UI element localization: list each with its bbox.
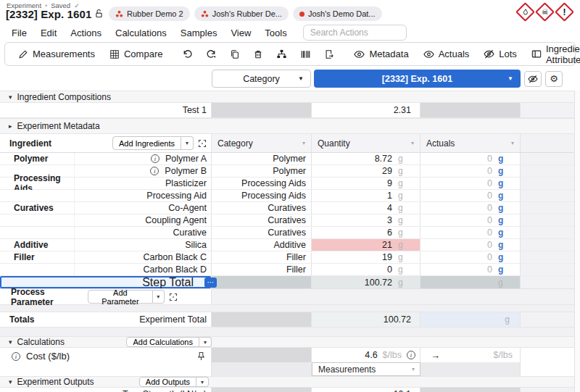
menu-calculations[interactable]: Calculations: [115, 28, 167, 38]
actuals-cell[interactable]: 0g: [420, 214, 521, 226]
expand-button[interactable]: [198, 139, 207, 148]
section-ingredient-compositions[interactable]: ▾ Ingredient Compositions: [0, 91, 580, 103]
ingredient-name[interactable]: Polymer A: [165, 154, 207, 164]
column-header-category[interactable]: Category▾: [212, 134, 312, 152]
info-icon[interactable]: i: [12, 352, 20, 361]
menu-tools[interactable]: Tools: [265, 28, 286, 38]
ingredient-name[interactable]: Coupling Agent: [145, 215, 207, 225]
search-actions-input[interactable]: [303, 25, 407, 41]
quantity-cell[interactable]: 8.72g: [312, 153, 420, 164]
refresh-button[interactable]: [199, 43, 223, 65]
section-experiment-metadata[interactable]: ▸ Experiment Metadata: [0, 118, 580, 134]
category-cell[interactable]: Polymer: [212, 165, 312, 177]
actuals-cell[interactable]: 0g: [420, 251, 521, 263]
measurements-selector[interactable]: Measurements ▾: [312, 362, 420, 376]
ingredient-name[interactable]: Processing Aid: [146, 191, 207, 201]
quantity-cell[interactable]: 19g: [312, 251, 420, 263]
menu-edit[interactable]: Edit: [41, 28, 57, 38]
category-cell[interactable]: Processing Aids: [212, 178, 312, 189]
actuals-cell[interactable]: 0g: [420, 239, 521, 251]
category-selector[interactable]: Category ▼: [212, 70, 311, 88]
quantity-cell-warning[interactable]: 21g: [312, 239, 420, 251]
ingredient-name[interactable]: Polymer B: [165, 166, 207, 176]
workflow-button[interactable]: [270, 43, 294, 65]
metadata-toggle[interactable]: Metadata: [347, 43, 415, 65]
tag-chip[interactable]: Rubber Demo 2: [109, 7, 190, 21]
step-total-cell-selected[interactable]: Step Total ⋯: [0, 276, 212, 288]
section-experiment-outputs[interactable]: ▾ Experiment Outputs Add Outputs ▾: [0, 376, 580, 388]
ingredient-attributes-toggle[interactable]: Ingredient Attributes: [524, 43, 580, 65]
category-cell[interactable]: Polymer: [212, 153, 312, 164]
add-outputs-button[interactable]: Add Outputs: [139, 377, 196, 387]
quantity-cell[interactable]: 29g: [312, 165, 420, 177]
quantity-cell[interactable]: 4g: [312, 202, 420, 214]
category-cell[interactable]: Processing Aids: [212, 190, 312, 201]
actuals-cell[interactable]: 0g: [420, 153, 521, 164]
pin-icon[interactable]: [197, 351, 205, 361]
category-cell[interactable]: Filler: [212, 251, 312, 263]
info-icon[interactable]: i: [151, 154, 160, 163]
row-menu-button[interactable]: ⋯: [204, 278, 217, 288]
section-calculations[interactable]: ▾ Calculations Add Calculations ▾: [0, 336, 580, 348]
delete-button[interactable]: [246, 43, 270, 65]
ingredient-name[interactable]: Carbon Black D: [143, 264, 207, 275]
add-outputs-dropdown[interactable]: ▾: [196, 377, 209, 387]
ingredient-name[interactable]: Silica: [185, 240, 207, 250]
lots-toggle[interactable]: Lots: [476, 43, 524, 65]
actuals-cell[interactable]: 0g: [420, 165, 521, 177]
add-parameter-button[interactable]: Add Parameter: [88, 290, 152, 304]
actuals-cell[interactable]: 0g: [420, 178, 521, 189]
quantity-cell[interactable]: 1g: [312, 190, 420, 201]
actuals-cell[interactable]: 0g: [420, 202, 521, 214]
tag-chip[interactable]: Josh's Demo Dat...: [293, 7, 382, 21]
category-cell[interactable]: Curatives: [212, 214, 312, 226]
menu-view[interactable]: View: [231, 28, 251, 38]
actuals-cell[interactable]: 0g: [420, 264, 521, 275]
ingredient-name[interactable]: Curative: [173, 228, 207, 238]
actuals-cell[interactable]: 0g: [420, 227, 521, 238]
column-header-actuals[interactable]: Actuals▾: [420, 134, 521, 152]
test-value-cell[interactable]: 2.31: [312, 103, 420, 117]
quantity-cell[interactable]: 6g: [312, 227, 420, 238]
column-header-quantity[interactable]: Quantity▾: [312, 134, 420, 152]
export-button[interactable]: [318, 43, 341, 65]
hide-column-button[interactable]: [524, 71, 542, 87]
add-parameter-dropdown[interactable]: ▾: [153, 290, 165, 304]
cost-actual-cell[interactable]: → $/lbs: [420, 348, 521, 362]
ingredient-name[interactable]: Plasticizer: [165, 178, 207, 188]
ingredient-name[interactable]: Carbon Black C: [143, 252, 207, 262]
settings-button[interactable]: ⚙: [545, 71, 563, 87]
add-calculations-dropdown[interactable]: ▾: [199, 337, 212, 347]
add-calculations-button[interactable]: Add Calculations: [126, 337, 199, 347]
quantity-cell[interactable]: 9g: [312, 178, 420, 189]
barcode-button[interactable]: [294, 43, 318, 65]
category-cell[interactable]: Filler: [212, 264, 312, 275]
add-ingredients-button[interactable]: Add Ingredients: [112, 136, 181, 150]
quantity-cell[interactable]: 3g: [312, 214, 420, 226]
undo-button[interactable]: [175, 43, 199, 65]
ingredient-name[interactable]: Co-Agent: [168, 203, 207, 213]
category-cell[interactable]: Curatives: [212, 227, 312, 238]
actuals-toggle[interactable]: Actuals: [416, 43, 477, 65]
menu-actions[interactable]: Actions: [70, 28, 102, 38]
expand-button[interactable]: [169, 293, 178, 301]
compare-button[interactable]: Compare: [102, 43, 170, 65]
info-icon[interactable]: i: [407, 351, 415, 359]
test-label-cell[interactable]: Test 1: [0, 103, 212, 117]
add-ingredients-dropdown[interactable]: ▾: [181, 136, 194, 150]
menu-samples[interactable]: Samples: [181, 28, 218, 38]
tag-chip[interactable]: Josh's Rubber De...: [194, 7, 289, 21]
cost-value-cell[interactable]: 4.6 $/lbs i: [312, 348, 420, 362]
quantity-cell[interactable]: 0g: [312, 264, 420, 275]
output-name-cell[interactable]: Tear Strength (kN/m): [0, 388, 212, 392]
category-cell[interactable]: Curatives: [212, 202, 312, 214]
output-value-cell[interactable]: 10.1: [312, 388, 420, 392]
actuals-cell[interactable]: 0g: [420, 190, 521, 201]
lock-open-icon[interactable]: [94, 9, 104, 19]
info-icon[interactable]: i: [150, 167, 159, 175]
experiment-selector[interactable]: [2332] Exp. 1601 ▼: [314, 70, 521, 88]
menu-file[interactable]: File: [12, 28, 27, 38]
copy-button[interactable]: [223, 43, 246, 65]
category-cell[interactable]: Additive: [212, 239, 312, 251]
measurements-button[interactable]: Measurements: [11, 43, 102, 65]
